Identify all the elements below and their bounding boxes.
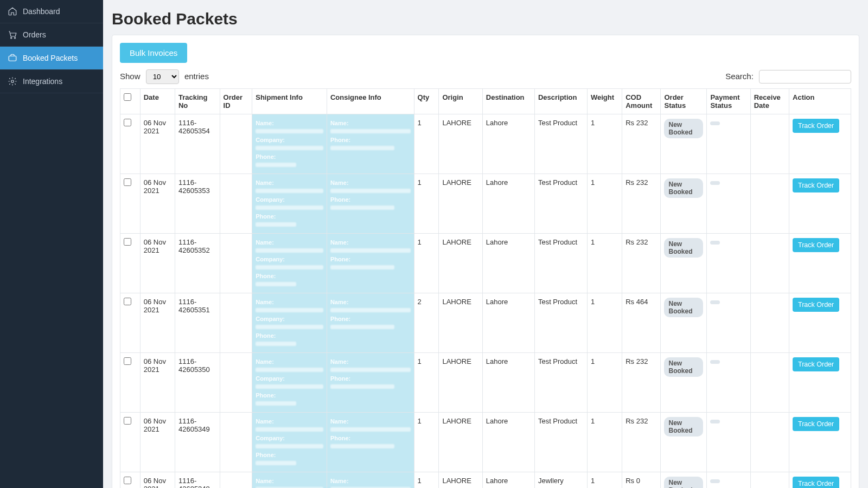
row-checkbox[interactable] <box>124 417 131 425</box>
cell-description: Test Product <box>534 174 587 234</box>
cell-weight: 1 <box>587 413 622 472</box>
cell-destination: Lahore <box>482 472 534 489</box>
table-row: 06 Nov 20211116-42605348Name:Company:Pho… <box>120 472 851 489</box>
cell-tracking: 1116-42605351 <box>175 293 220 353</box>
cell-origin: LAHORE <box>439 114 482 174</box>
cell-receive <box>750 293 789 353</box>
cell-qty: 1 <box>414 234 439 293</box>
col-date[interactable]: Date <box>140 89 175 114</box>
track-order-button[interactable]: Track Order <box>793 178 839 192</box>
length-select[interactable]: 102550100 <box>146 69 179 84</box>
cell-shipment: Name:Company:Phone: <box>252 114 327 174</box>
table-row: 06 Nov 20211116-42605353Name:Company:Pho… <box>120 174 851 234</box>
cell-description: Test Product <box>534 353 587 413</box>
cell-receive <box>750 174 789 234</box>
payment-dash <box>710 360 720 364</box>
cell-shipment: Name:Company:Phone: <box>252 413 327 472</box>
cell-payment <box>707 174 750 234</box>
payment-dash <box>710 479 720 483</box>
col-payment[interactable]: Payment Status <box>707 89 750 114</box>
col-shipment[interactable]: Shipment Info <box>252 89 327 114</box>
cell-date: 06 Nov 2021 <box>140 174 175 234</box>
entries-label: entries <box>184 72 209 81</box>
cell-origin: LAHORE <box>439 413 482 472</box>
cell-date: 06 Nov 2021 <box>140 293 175 353</box>
col-receive[interactable]: Receive Date <box>750 89 789 114</box>
row-checkbox[interactable] <box>124 238 131 246</box>
select-all-checkbox[interactable] <box>124 93 131 101</box>
row-checkbox[interactable] <box>124 477 131 484</box>
svg-point-1 <box>14 37 15 38</box>
track-order-button[interactable]: Track Order <box>793 238 839 252</box>
track-order-button[interactable]: Track Order <box>793 298 839 312</box>
col-orderid[interactable]: Order ID <box>220 89 252 114</box>
cell-status: New Booked <box>661 114 707 174</box>
cell-status: New Booked <box>661 174 707 234</box>
cell-cod: Rs 232 <box>622 174 661 234</box>
cell-weight: 1 <box>587 114 622 174</box>
page-title: Booked Packets <box>112 10 859 28</box>
cell-status: New Booked <box>661 472 707 489</box>
cell-destination: Lahore <box>482 174 534 234</box>
col-consignee[interactable]: Consignee Info <box>327 89 414 114</box>
sidebar: DashboardOrdersBooked PacketsIntegration… <box>0 0 103 488</box>
search-input[interactable] <box>759 70 851 84</box>
cell-date: 06 Nov 2021 <box>140 234 175 293</box>
row-checkbox[interactable] <box>124 357 131 365</box>
track-order-button[interactable]: Track Order <box>793 119 839 133</box>
cell-action: Track Order <box>789 293 851 353</box>
svg-point-3 <box>11 80 14 83</box>
row-checkbox[interactable] <box>124 298 131 305</box>
sidebar-item-label: Integrations <box>23 77 62 86</box>
cell-destination: Lahore <box>482 353 534 413</box>
cart-icon <box>8 30 17 40</box>
track-order-button[interactable]: Track Order <box>793 357 839 371</box>
gear-icon <box>8 76 17 86</box>
cell-consignee: Name:Phone: <box>327 234 414 293</box>
cell-consignee: Name:Phone: <box>327 353 414 413</box>
cell-cod: Rs 232 <box>622 234 661 293</box>
row-checkbox[interactable] <box>124 119 131 126</box>
col-destination[interactable]: Destination <box>482 89 534 114</box>
svg-rect-2 <box>9 56 16 61</box>
track-order-button[interactable]: Track Order <box>793 477 839 488</box>
cell-date: 06 Nov 2021 <box>140 472 175 489</box>
cell-payment <box>707 353 750 413</box>
col-origin[interactable]: Origin <box>439 89 482 114</box>
cell-action: Track Order <box>789 114 851 174</box>
col-description[interactable]: Description <box>534 89 587 114</box>
payment-dash <box>710 241 720 245</box>
cell-action: Track Order <box>789 353 851 413</box>
sidebar-item-integrations[interactable]: Integrations <box>0 70 103 93</box>
status-badge: New Booked <box>664 298 703 317</box>
cell-date: 06 Nov 2021 <box>140 353 175 413</box>
col-qty[interactable]: Qty <box>414 89 439 114</box>
cell-shipment: Name:Company:Phone: <box>252 234 327 293</box>
packets-table: Date Tracking No Order ID Shipment Info … <box>120 88 851 488</box>
cell-weight: 1 <box>587 472 622 489</box>
row-checkbox[interactable] <box>124 178 131 186</box>
col-cod[interactable]: COD Amount <box>622 89 661 114</box>
cell-qty: 1 <box>414 472 439 489</box>
table-row: 06 Nov 20211116-42605352Name:Company:Pho… <box>120 234 851 293</box>
cell-orderid <box>220 174 252 234</box>
cell-date: 06 Nov 2021 <box>140 114 175 174</box>
cell-cod: Rs 232 <box>622 114 661 174</box>
cell-tracking: 1116-42605352 <box>175 234 220 293</box>
sidebar-item-dashboard[interactable]: Dashboard <box>0 0 103 23</box>
table-row: 06 Nov 20211116-42605354Name:Company:Pho… <box>120 114 851 174</box>
col-status[interactable]: Order Status <box>661 89 707 114</box>
sidebar-item-orders[interactable]: Orders <box>0 23 103 47</box>
col-weight[interactable]: Weight <box>587 89 622 114</box>
cell-orderid <box>220 472 252 489</box>
main-content: Booked Packets Bulk Invoices Show 102550… <box>103 0 868 488</box>
length-control: Show 102550100 entries <box>120 69 209 84</box>
bulk-invoices-button[interactable]: Bulk Invoices <box>120 43 187 63</box>
sidebar-item-booked-packets[interactable]: Booked Packets <box>0 47 103 70</box>
cell-payment <box>707 114 750 174</box>
cell-description: Test Product <box>534 293 587 353</box>
cell-date: 06 Nov 2021 <box>140 413 175 472</box>
cell-origin: LAHORE <box>439 174 482 234</box>
col-tracking[interactable]: Tracking No <box>175 89 220 114</box>
track-order-button[interactable]: Track Order <box>793 417 839 431</box>
